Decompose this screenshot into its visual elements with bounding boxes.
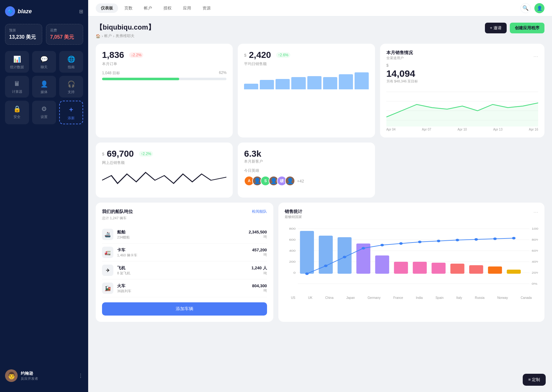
- monthly-sales-chart: [386, 89, 538, 126]
- tab-resources[interactable]: 资源: [197, 3, 216, 13]
- plane-value: 1,240 人 吨: [251, 265, 267, 276]
- avatar: 👨: [5, 369, 18, 382]
- svg-rect-22: [300, 231, 314, 274]
- total-sales-number: 69,700: [107, 149, 134, 159]
- svg-rect-24: [338, 237, 351, 274]
- new-customers-card: 6.3k 本月新客户 今日英雄 A 👤 S 👤 碛 👤 +42: [238, 143, 375, 198]
- hero-avatar-6: 👤: [285, 176, 295, 186]
- add-vehicle-button[interactable]: 添加车辆: [102, 302, 267, 316]
- chat-icon: 💬: [40, 55, 48, 63]
- country-italy: Italy: [456, 296, 462, 300]
- sales-stats-header: 销售统计 最畅销国家 ···: [285, 209, 538, 224]
- sidebar-settings-icon[interactable]: ⊞: [79, 8, 83, 14]
- bar-4: [291, 77, 305, 89]
- invite-button[interactable]: + 邀请: [485, 23, 507, 33]
- sidebar-item-calculator[interactable]: 🖩 计算器: [5, 76, 29, 98]
- budget-section: 预算 13,230 美元 花费 7,057 美元: [5, 24, 83, 45]
- create-app-button[interactable]: 创建应用程序: [510, 23, 544, 33]
- monthly-sales-amount: 14,094: [386, 68, 538, 79]
- fleet-titles: 我们的船队吨位: [102, 209, 133, 215]
- budget-card: 预算 13,230 美元: [5, 24, 42, 45]
- settings-icon: ⚙: [41, 105, 47, 113]
- svg-rect-31: [469, 265, 483, 274]
- orders-progress-header: 1,048 目标 62%: [102, 70, 226, 76]
- ship-icon: 🚢: [102, 229, 113, 240]
- train-amount: 804,300: [252, 283, 267, 288]
- sidebar-item-settings[interactable]: ⚙ 设置: [32, 101, 56, 124]
- sidebar-item-guide[interactable]: 🌐 指南: [59, 51, 83, 73]
- plane-name: 飞机: [117, 265, 248, 271]
- truck-unit: 吨: [252, 252, 267, 257]
- sales-stats-titles: 销售统计 最畅销国家: [285, 209, 302, 224]
- breadcrumb-sep2: ›: [113, 34, 114, 38]
- heroes-label: 今日英雄: [244, 168, 368, 173]
- svg-text:0%: 0%: [532, 282, 537, 285]
- ship-count: 234艘船: [117, 235, 245, 240]
- svg-point-44: [493, 238, 497, 240]
- plane-info: 飞机 8 架飞机: [117, 265, 248, 276]
- expense-value: 7,057 美元: [50, 34, 79, 41]
- tab-auth[interactable]: 授权: [158, 3, 177, 13]
- customize-button[interactable]: ≡ 定制: [523, 374, 546, 386]
- sidebar-item-chat[interactable]: 💬 聊天: [32, 51, 56, 73]
- bar-8: [355, 72, 369, 89]
- country-india: India: [416, 296, 423, 300]
- sidebar-item-support-label: 支持: [68, 90, 75, 94]
- sidebar-item-media[interactable]: 👤 媒体: [32, 76, 56, 98]
- svg-point-43: [474, 238, 478, 241]
- fleet-item-truck: 🚛 卡车 1,460 辆卡车 457,200 吨: [102, 244, 267, 261]
- support-icon: 🎧: [67, 80, 75, 88]
- x-label-2: Apr 07: [422, 128, 431, 131]
- svg-rect-30: [450, 264, 464, 274]
- sales-stats-more-button[interactable]: ···: [533, 209, 538, 216]
- profile-button[interactable]: 👤: [534, 3, 544, 13]
- tab-dashboard[interactable]: 仪表板: [96, 3, 118, 13]
- daily-sales-card: $ 2,420 ↑2.6% 平均日销售额: [238, 44, 375, 137]
- country-uk: UK: [308, 296, 312, 300]
- tab-pages[interactable]: 页数: [119, 3, 138, 13]
- search-button[interactable]: 🔍: [521, 3, 531, 13]
- train-count: 36路列车: [117, 289, 248, 294]
- country-spain: Spain: [435, 296, 444, 300]
- ship-unit: 吨: [249, 234, 267, 239]
- svg-point-37: [361, 247, 365, 249]
- train-name: 火车: [117, 283, 248, 289]
- svg-text:80%: 80%: [532, 238, 538, 241]
- fleet-link[interactable]: 检阅舰队: [252, 209, 267, 214]
- sidebar-item-security-label: 安全: [14, 115, 20, 119]
- top-nav: 仪表板 页数 帐户 授权 应用 资源 🔍 👤: [88, 0, 552, 16]
- train-unit: 吨: [252, 288, 267, 293]
- stats-icon: 📊: [13, 55, 21, 63]
- country-russia: Russia: [475, 296, 485, 300]
- security-icon: 🔒: [13, 105, 21, 113]
- orders-label: 本月订单: [102, 61, 226, 67]
- country-china: China: [325, 296, 333, 300]
- tab-accounts[interactable]: 帐户: [139, 3, 157, 13]
- orders-header: 1,836 ↓2.2%: [102, 50, 226, 60]
- plane-count: 8 架飞机: [117, 271, 248, 276]
- bar-2: [260, 80, 274, 89]
- fleet-item-train: 🚂 火车 36路列车 804,300 吨: [102, 279, 267, 297]
- orders-change: ↓2.2%: [129, 52, 143, 58]
- sidebar-item-security[interactable]: 🔒 安全: [5, 101, 29, 124]
- logo-text: blaze: [18, 8, 32, 15]
- tab-apps[interactable]: 应用: [178, 3, 196, 13]
- plane-unit: 吨: [251, 271, 267, 276]
- svg-rect-27: [394, 262, 408, 274]
- user-role: 反应开发者: [21, 376, 75, 381]
- monthly-sales-more-button[interactable]: ···: [533, 53, 538, 60]
- svg-text:800: 800: [289, 227, 295, 230]
- truck-info: 卡车 1,460 辆卡车: [117, 247, 248, 258]
- fleet-header: 我们的船队吨位 检阅舰队: [102, 209, 267, 215]
- monthly-sales-subtitle: 全渠道用户: [386, 56, 413, 60]
- svg-text:40%: 40%: [532, 260, 538, 263]
- sidebar-item-support[interactable]: 🎧 支持: [59, 76, 83, 98]
- fleet-item-ship: 🚢 船舶 234艘船 2,345,500 吨: [102, 226, 267, 244]
- sidebar-item-chat-label: 聊天: [41, 65, 48, 70]
- sidebar-item-stats[interactable]: 📊 统计数据: [5, 51, 29, 73]
- total-sales-label: 网上总销售额: [102, 160, 226, 165]
- user-menu-button[interactable]: ⋮: [78, 373, 83, 379]
- sidebar-item-add-new[interactable]: + 添新: [59, 101, 83, 124]
- truck-count: 1,460 辆卡车: [117, 253, 248, 258]
- stats-grid-row1: 1,836 ↓2.2% 本月订单 1,048 目标 62% $: [96, 44, 544, 137]
